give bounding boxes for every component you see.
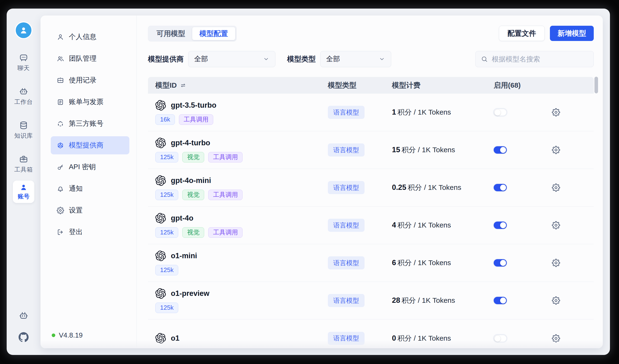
enable-toggle[interactable] xyxy=(494,146,507,154)
sidebar-item-登出[interactable]: 登出 xyxy=(51,223,129,241)
user-icon xyxy=(57,33,64,41)
sidebar-item-个人信息[interactable]: 个人信息 xyxy=(51,28,129,46)
enable-toggle[interactable] xyxy=(494,184,507,191)
add-model-button[interactable]: 新增模型 xyxy=(550,26,594,41)
model-id-cell: o1-preview125k xyxy=(148,288,328,313)
enable-toggle[interactable] xyxy=(494,259,507,266)
sidebar-item-使用记录[interactable]: 使用记录 xyxy=(51,71,129,89)
toolbar: 可用模型模型配置 配置文件 新增模型 xyxy=(148,26,594,42)
model-name: gpt-3.5-turbo xyxy=(171,101,216,110)
provider-select[interactable]: 全部 xyxy=(188,51,275,67)
model-billing-cell: 0积分 / 1K Tokens xyxy=(392,334,494,343)
sidebar-item-API 密钥[interactable]: API 密钥 xyxy=(51,158,129,176)
tab-可用模型[interactable]: 可用模型 xyxy=(149,27,192,40)
model-name: o1-preview xyxy=(171,289,210,298)
model-tags: 125k视觉工具调用 xyxy=(155,152,328,162)
model-enabled-cell xyxy=(494,146,552,154)
model-row-o1: o1语言模型0积分 / 1K Tokens xyxy=(148,320,594,348)
type-select[interactable]: 全部 xyxy=(320,51,391,67)
sort-icon[interactable] xyxy=(180,82,186,89)
gear-icon[interactable] xyxy=(552,183,594,192)
chevron-down-icon xyxy=(379,56,385,62)
model-tags: 125k视觉工具调用 xyxy=(155,227,328,238)
sidebar-item-设置[interactable]: 设置 xyxy=(51,201,129,219)
sidebar-item-通知[interactable]: 通知 xyxy=(51,180,129,198)
model-type-cell: 语言模型 xyxy=(328,332,392,345)
rail-item-工作台[interactable]: 工作台 xyxy=(14,87,33,106)
model-name: gpt-4o-mini xyxy=(171,176,211,185)
model-billing-cell: 28积分 / 1K Tokens xyxy=(392,296,494,305)
model-tags: 125k xyxy=(155,265,328,275)
model-enabled-cell xyxy=(494,109,552,116)
model-name: o1-mini xyxy=(171,252,197,260)
rail-item-账号[interactable]: 账号 xyxy=(13,181,34,203)
model-type-cell: 语言模型 xyxy=(328,106,392,119)
model-tags: 16k工具调用 xyxy=(155,114,328,125)
scrollbar-thumb[interactable] xyxy=(594,77,598,93)
model-type-badge: 语言模型 xyxy=(328,294,365,307)
model-id-cell: gpt-4o-mini125k视觉工具调用 xyxy=(148,175,328,200)
robot-icon xyxy=(19,87,28,96)
config-file-button[interactable]: 配置文件 xyxy=(499,26,545,41)
model-tag: 视觉 xyxy=(182,152,204,162)
enable-toggle[interactable] xyxy=(494,109,507,116)
enable-toggle[interactable] xyxy=(494,335,507,342)
sidebar-item-label: 账单与发票 xyxy=(69,97,103,107)
sidebar-item-label: 个人信息 xyxy=(69,32,97,42)
model-tag: 125k xyxy=(155,227,178,238)
column-header-enabled: 启用(68) xyxy=(494,81,552,90)
records-icon xyxy=(57,77,64,84)
user-avatar[interactable] xyxy=(16,22,31,38)
model-enabled-cell xyxy=(494,184,552,191)
model-search-input[interactable] xyxy=(492,55,588,63)
gear-icon[interactable] xyxy=(552,221,594,229)
rail-item-工具箱[interactable]: 工具箱 xyxy=(14,154,33,173)
robot-icon[interactable] xyxy=(19,311,28,321)
sidebar-item-label: 团队管理 xyxy=(69,54,97,63)
enable-toggle[interactable] xyxy=(494,222,507,229)
gear-icon[interactable] xyxy=(552,108,594,116)
model-settings-cell xyxy=(552,296,594,305)
gear-icon[interactable] xyxy=(552,259,594,267)
sidebar-item-label: 登出 xyxy=(69,227,83,237)
model-enabled-cell xyxy=(494,297,552,304)
sidebar-item-账单与发票[interactable]: 账单与发票 xyxy=(51,93,129,111)
model-id-cell: gpt-4o125k视觉工具调用 xyxy=(148,213,328,238)
model-tag: 视觉 xyxy=(182,227,204,238)
model-settings-cell xyxy=(552,146,594,154)
rail-item-知识库[interactable]: 知识库 xyxy=(14,121,33,140)
sidebar-item-label: API 密钥 xyxy=(69,162,96,172)
search-icon xyxy=(481,56,488,63)
model-tags: 125k xyxy=(155,303,328,313)
model-tag: 工具调用 xyxy=(179,114,213,125)
github-icon[interactable] xyxy=(19,332,28,342)
sidebar-item-模型提供商[interactable]: 模型提供商 xyxy=(51,136,129,154)
model-type-cell: 语言模型 xyxy=(328,294,392,307)
enable-toggle[interactable] xyxy=(494,297,507,304)
icon-rail: 聊天工作台知识库工具箱账号 xyxy=(7,9,41,355)
provider-filter-label: 模型提供商 xyxy=(148,54,184,64)
sidebar-item-label: 通知 xyxy=(69,184,83,194)
sidebar-item-团队管理[interactable]: 团队管理 xyxy=(51,50,129,68)
key-icon xyxy=(57,163,64,171)
tab-模型配置[interactable]: 模型配置 xyxy=(192,27,235,40)
model-name: gpt-4-turbo xyxy=(171,139,210,147)
gear-icon[interactable] xyxy=(552,334,594,343)
model-settings-cell xyxy=(552,221,594,229)
app-window: 聊天工作台知识库工具箱账号 个人信息团队管理使用记录账单与发票第三方账号模型提供… xyxy=(7,9,610,355)
toolbar-actions: 配置文件 新增模型 xyxy=(499,26,594,41)
model-name: gpt-4o xyxy=(171,214,194,223)
model-settings-cell xyxy=(552,183,594,192)
chat-icon xyxy=(19,53,28,62)
gear-icon[interactable] xyxy=(552,296,594,305)
rail-item-label: 工作台 xyxy=(14,98,33,106)
model-tag: 16k xyxy=(155,114,175,125)
rail-item-聊天[interactable]: 聊天 xyxy=(17,53,30,72)
gear-icon xyxy=(57,207,64,214)
rail-item-label: 聊天 xyxy=(17,64,30,72)
model-row-gpt-4-turbo: gpt-4-turbo125k视觉工具调用语言模型15积分 / 1K Token… xyxy=(148,131,594,169)
model-type-badge: 语言模型 xyxy=(328,219,365,232)
sidebar-item-第三方账号[interactable]: 第三方账号 xyxy=(51,115,129,133)
model-tag: 125k xyxy=(155,152,178,162)
gear-icon[interactable] xyxy=(552,146,594,154)
